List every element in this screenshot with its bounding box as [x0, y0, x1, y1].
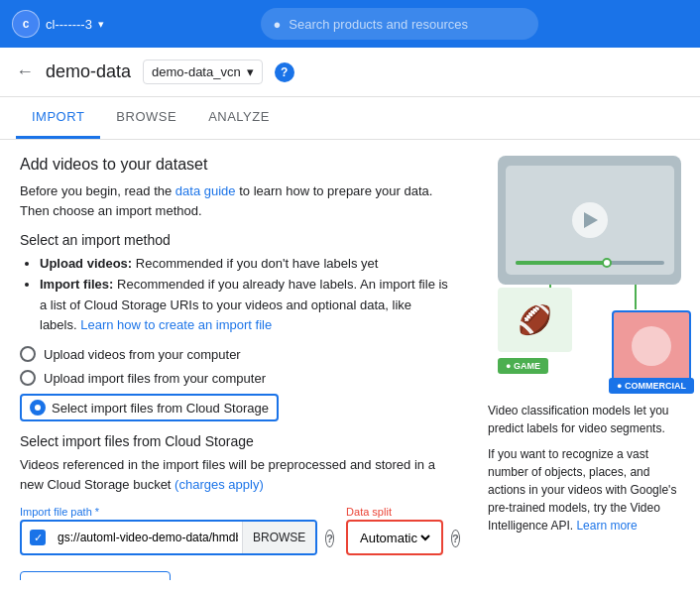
- tab-bar: IMPORT BROWSE ANALYZE: [0, 97, 700, 140]
- file-path-group: BROWSE: [20, 520, 317, 555]
- illustration: 🏈 ● GAME ● COMMERCIAL: [488, 156, 696, 394]
- add-another-file-button[interactable]: ADD ANOTHER FILE: [20, 571, 171, 580]
- file-checkbox-cell: [22, 530, 54, 545]
- search-bar-container: ● Search products and resources: [112, 8, 688, 40]
- bullet-upload-videos: Upload videos: Recommended if you don't …: [40, 254, 452, 275]
- frame-football: 🏈: [498, 288, 572, 352]
- radio-upload-import-files[interactable]: Upload import files from your computer: [20, 370, 452, 386]
- section-heading: Add videos to your dataset: [20, 156, 452, 174]
- timeline-dot: [602, 258, 612, 268]
- radio-select-cloud-storage[interactable]: Select import files from Cloud Storage: [20, 394, 452, 421]
- radio-label-upload-import: Upload import files from your computer: [44, 371, 266, 386]
- dropdown-label: demo-data_vcn: [152, 64, 241, 79]
- file-path-field-wrapper: Import file path * BROWSE: [20, 506, 317, 555]
- radio-selected-container[interactable]: Select import files from Cloud Storage: [20, 394, 279, 421]
- project-name: cl-------3: [46, 17, 92, 32]
- main-content: Add videos to your dataset Before you be…: [0, 140, 700, 580]
- browse-button[interactable]: BROWSE: [242, 520, 315, 555]
- bullet-import-files: Import files: Recommended if you already…: [40, 275, 452, 336]
- file-path-row: Import file path * BROWSE ? Data split: [20, 506, 452, 555]
- timeline-bar: [516, 261, 664, 265]
- data-split-label: Data split: [346, 506, 443, 518]
- commercial-chip: ● COMMERCIAL: [609, 378, 694, 394]
- game-chip: ● GAME: [498, 358, 548, 374]
- connector-right: [635, 285, 637, 309]
- right-panel: 🏈 ● GAME ● COMMERCIAL Video classificati…: [472, 140, 700, 580]
- monitor-screen: [506, 166, 674, 275]
- method-list: Upload videos: Recommended if you don't …: [20, 254, 452, 336]
- file-checkbox[interactable]: [30, 530, 46, 545]
- tab-import[interactable]: IMPORT: [16, 97, 100, 139]
- search-icon: ●: [273, 17, 281, 32]
- play-button: [572, 202, 608, 238]
- sidebar-text-1: Video classification models let you pred…: [488, 402, 684, 437]
- data-split-help-icon[interactable]: ?: [451, 530, 460, 547]
- sidebar-text-2: If you want to recognize a vast number o…: [488, 445, 684, 535]
- radio-label-upload-videos: Upload videos from your computer: [44, 347, 241, 362]
- football-icon: 🏈: [518, 303, 552, 336]
- data-guide-link[interactable]: data guide: [175, 183, 236, 198]
- project-selector[interactable]: c cl-------3 ▾: [12, 10, 104, 38]
- charges-link[interactable]: (charges apply): [175, 477, 264, 492]
- data-split-wrapper: Data split Automatic Manual Custom: [346, 506, 443, 555]
- file-path-input[interactable]: [54, 527, 242, 548]
- data-split-group: Automatic Manual Custom: [346, 520, 443, 555]
- radio-input-upload-import[interactable]: [20, 370, 36, 386]
- search-bar[interactable]: ● Search products and resources: [261, 8, 538, 40]
- intro-paragraph: Before you begin, read the data guide to…: [20, 181, 452, 220]
- circle-decoration: [632, 326, 671, 366]
- learn-import-link[interactable]: Learn how to create an import file: [80, 317, 272, 332]
- radio-input-upload-videos[interactable]: [20, 346, 36, 362]
- import-method-radio-group: Upload videos from your computer Upload …: [20, 346, 452, 421]
- learn-more-link[interactable]: Learn more: [576, 519, 637, 533]
- import-label: Import file path *: [20, 506, 317, 518]
- sub-header: ← demo-data demo-data_vcn ▾ ?: [0, 48, 700, 97]
- tab-analyze[interactable]: ANALYZE: [192, 97, 286, 139]
- page-title: demo-data: [46, 61, 131, 82]
- radio-label-cloud-storage: Select import files from Cloud Storage: [52, 401, 269, 416]
- dropdown-chevron-icon: ▾: [247, 64, 254, 79]
- play-icon: [584, 212, 598, 228]
- left-panel: Add videos to your dataset Before you be…: [0, 140, 472, 580]
- top-navigation-bar: c cl-------3 ▾ ● Search products and res…: [0, 0, 700, 48]
- monitor-frame: [498, 156, 681, 285]
- search-placeholder: Search products and resources: [289, 17, 468, 32]
- data-split-select[interactable]: Automatic Manual Custom: [356, 530, 433, 546]
- tab-browse[interactable]: BROWSE: [100, 97, 192, 139]
- method-heading: Select an import method: [20, 232, 452, 248]
- radio-upload-videos[interactable]: Upload videos from your computer: [20, 346, 452, 362]
- chevron-down-icon: ▾: [98, 18, 104, 31]
- project-dropdown[interactable]: demo-data_vcn ▾: [143, 60, 263, 84]
- help-icon[interactable]: ?: [275, 62, 294, 82]
- import-section-description: Videos referenced in the import files wi…: [20, 455, 452, 494]
- file-path-help-icon[interactable]: ?: [325, 530, 334, 547]
- import-section-heading: Select import files from Cloud Storage: [20, 433, 452, 449]
- avatar: c: [12, 10, 40, 38]
- frame-red: [612, 310, 691, 382]
- radio-input-cloud-storage[interactable]: [30, 400, 46, 416]
- timeline-progress: [516, 261, 605, 265]
- cloud-storage-import-section: Select import files from Cloud Storage V…: [20, 433, 452, 580]
- back-arrow-icon[interactable]: ←: [16, 61, 34, 82]
